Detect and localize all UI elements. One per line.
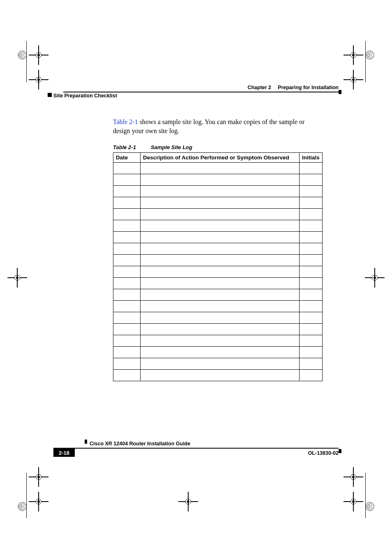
crop-line (365, 41, 366, 82)
table-row (113, 358, 323, 370)
table-cell (140, 324, 299, 335)
table-row (113, 289, 323, 301)
registration-mark-icon (344, 492, 363, 511)
table-cell (299, 301, 322, 312)
table-cell (113, 243, 141, 255)
table-cell (140, 347, 299, 358)
registration-mark-icon (29, 467, 48, 487)
col-date: Date (113, 153, 141, 163)
table-cell (299, 209, 322, 220)
table-cell (299, 163, 322, 174)
table-cell (140, 312, 299, 324)
table-cell (299, 289, 322, 301)
header-end-tab (339, 90, 341, 94)
table-cell (299, 335, 322, 347)
section-title: Site Preparation Checklist (53, 93, 117, 99)
section-marker-icon (48, 93, 52, 97)
chapter-number: Chapter 2 (247, 85, 271, 90)
chapter-heading: Chapter 2Preparing for Installation (247, 85, 339, 90)
table-cell (140, 186, 299, 197)
table-cell (113, 347, 141, 358)
table-cell (140, 255, 299, 266)
table-row (113, 232, 323, 243)
table-cell (113, 278, 141, 289)
table-cell (113, 197, 141, 209)
table-row (113, 243, 323, 255)
table-row (113, 324, 323, 335)
table-cell (299, 278, 322, 289)
table-cell (299, 220, 322, 232)
table-row (113, 163, 323, 174)
table-cross-reference: Table 2-1 (113, 118, 138, 125)
header-rule (63, 92, 339, 92)
table-cell (140, 266, 299, 278)
table-cell (113, 174, 141, 186)
table-row (113, 220, 323, 232)
table-cell (140, 335, 299, 347)
registration-mark-icon (29, 45, 48, 65)
table-row (113, 347, 323, 358)
document-number: OL-13830-02 (308, 450, 339, 456)
printers-mark-icon (15, 499, 30, 514)
table-cell (299, 174, 322, 186)
table-cell (113, 255, 141, 266)
footer-start-tab (85, 440, 87, 444)
registration-mark-icon (344, 45, 363, 65)
table-cell (113, 324, 141, 335)
page: { "header": { "chapter_label": "Chapter … (0, 0, 392, 555)
table-cell (140, 278, 299, 289)
table-cell (299, 312, 322, 324)
table-row (113, 370, 323, 381)
registration-mark-icon (178, 492, 198, 511)
table-title: Sample Site Log (151, 144, 192, 150)
footer-end-tab (339, 449, 341, 453)
printers-mark-icon (15, 48, 30, 62)
crop-line (26, 473, 27, 518)
crop-line (26, 41, 27, 82)
table-cell (113, 335, 141, 347)
registration-mark-icon (344, 467, 363, 487)
table-header-row: Date Description of Action Performed or … (113, 153, 323, 163)
table-row (113, 174, 323, 186)
table-cell (299, 358, 322, 370)
page-footer: Cisco XR 12404 Router Installation Guide… (53, 442, 339, 461)
body-paragraph: Table 2-1 shows a sample site log. You c… (113, 117, 323, 135)
table-cell (140, 301, 299, 312)
table-row (113, 197, 323, 209)
table-cell (140, 220, 299, 232)
table-cell (299, 370, 322, 381)
table-caption: Table 2-1Sample Site Log (113, 144, 192, 150)
table-cell (299, 347, 322, 358)
table-cell (140, 243, 299, 255)
registration-mark-icon (29, 492, 48, 511)
table-row (113, 278, 323, 289)
footer-rule (53, 448, 339, 449)
col-description: Description of Action Performed or Sympt… (140, 153, 299, 163)
table-cell (113, 266, 141, 278)
table-row (113, 255, 323, 266)
table-cell (299, 197, 322, 209)
table-cell (299, 266, 322, 278)
table-row (113, 335, 323, 347)
registration-mark-icon (7, 268, 27, 288)
table-cell (140, 163, 299, 174)
table-cell (140, 209, 299, 220)
table-row (113, 312, 323, 324)
table-cell (299, 232, 322, 243)
table-cell (113, 209, 141, 220)
table-cell (299, 186, 322, 197)
printers-mark-icon (362, 499, 377, 514)
table-cell (140, 197, 299, 209)
table-row (113, 186, 323, 197)
table-cell (113, 220, 141, 232)
paragraph-text: shows a sample site log. You can make co… (113, 118, 304, 134)
table-cell (299, 243, 322, 255)
table-cell (113, 370, 141, 381)
table-cell (140, 174, 299, 186)
table-cell (113, 232, 141, 243)
table-cell (113, 289, 141, 301)
printers-mark-icon (362, 48, 377, 62)
running-header: Chapter 2Preparing for Installation Site… (53, 85, 339, 97)
table-cell (299, 324, 322, 335)
table-cell (113, 163, 141, 174)
